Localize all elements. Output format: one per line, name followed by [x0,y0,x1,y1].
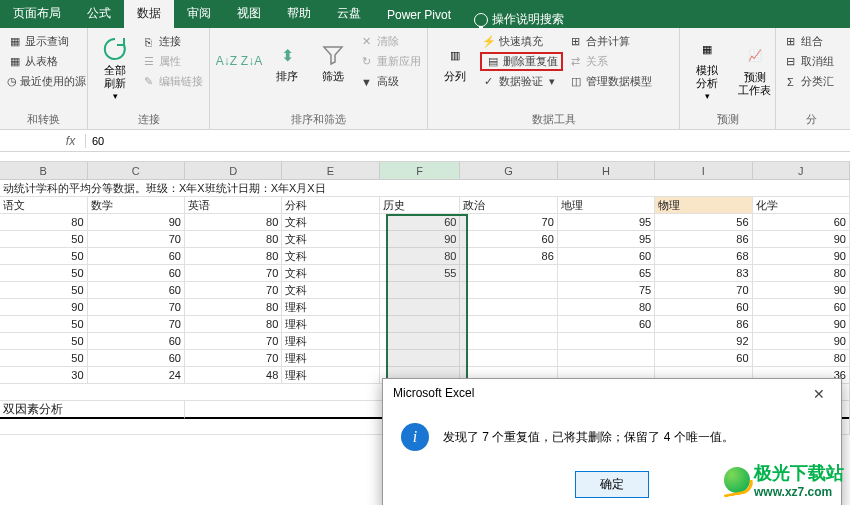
col-header[interactable]: E [282,162,379,179]
sort-az-button[interactable]: A↓Z [216,32,237,91]
data-cell[interactable]: 70 [185,333,282,350]
data-model-button[interactable]: ◫管理数据模型 [567,72,653,91]
data-cell[interactable]: 60 [655,350,752,367]
data-cell[interactable]: 95 [558,231,655,248]
data-cell[interactable]: 60 [655,299,752,316]
data-cell[interactable]: 70 [185,265,282,282]
data-cell[interactable]: 理科 [282,333,379,350]
filter-button[interactable]: 筛选 [312,32,354,91]
data-cell[interactable] [558,350,655,367]
data-cell[interactable]: 90 [753,333,850,350]
data-cell[interactable]: 90 [753,316,850,333]
data-cell[interactable]: 90 [753,248,850,265]
data-cell[interactable] [460,299,557,316]
data-cell[interactable]: 70 [185,282,282,299]
data-cell[interactable] [380,316,461,333]
consolidate-button[interactable]: ⊞合并计算 [567,32,653,51]
col-header[interactable]: H [558,162,655,179]
tab-formulas[interactable]: 公式 [74,0,124,28]
data-cell[interactable]: 文科 [282,231,379,248]
tab-help[interactable]: 帮助 [274,0,324,28]
tell-me-search[interactable]: 操作说明搜索 [474,11,564,28]
data-cell[interactable]: 60 [380,214,461,231]
ok-button[interactable]: 确定 [575,471,649,498]
data-cell[interactable]: 理科 [282,299,379,316]
tab-power-pivot[interactable]: Power Pivot [374,2,464,28]
data-cell[interactable]: 60 [88,265,185,282]
data-cell[interactable]: 70 [88,316,185,333]
data-cell[interactable]: 文科 [282,265,379,282]
col-header[interactable]: G [460,162,557,179]
header-cell[interactable]: 历史 [380,197,461,214]
data-cell[interactable]: 90 [88,214,185,231]
data-cell[interactable]: 86 [655,231,752,248]
data-cell[interactable]: 80 [380,248,461,265]
data-cell[interactable]: 30 [0,367,88,384]
formula-input[interactable]: 60 [86,135,850,147]
data-cell[interactable] [460,333,557,350]
data-cell[interactable] [380,299,461,316]
col-header[interactable]: D [185,162,282,179]
data-cell[interactable]: 80 [0,214,88,231]
header-cell[interactable]: 数学 [88,197,185,214]
data-cell[interactable]: 文科 [282,248,379,265]
data-cell[interactable]: 90 [753,231,850,248]
forecast-sheet-button[interactable]: 📈预测 工作表 [732,32,777,105]
data-cell[interactable] [558,333,655,350]
advanced-filter-button[interactable]: ▼高级 [358,72,422,91]
data-cell[interactable] [380,350,461,367]
dialog-close-button[interactable]: ✕ [807,386,831,402]
ungroup-button[interactable]: ⊟取消组 [782,52,840,71]
data-cell[interactable]: 理科 [282,350,379,367]
data-cell[interactable]: 50 [0,333,88,350]
refresh-all-button[interactable]: 全部刷新▾ [94,32,136,105]
data-cell[interactable]: 70 [88,231,185,248]
tab-view[interactable]: 视图 [224,0,274,28]
data-cell[interactable]: 80 [185,231,282,248]
data-cell[interactable]: 70 [185,350,282,367]
data-cell[interactable]: 70 [88,299,185,316]
header-cell[interactable]: 政治 [460,197,557,214]
subtotal-button[interactable]: Σ分类汇 [782,72,840,91]
data-cell[interactable]: 50 [0,265,88,282]
data-cell[interactable]: 50 [0,282,88,299]
data-cell[interactable]: 90 [380,231,461,248]
header-cell[interactable]: 地理 [558,197,655,214]
data-cell[interactable]: 60 [88,248,185,265]
group-button[interactable]: ⊞组合 [782,32,840,51]
data-cell[interactable]: 60 [88,350,185,367]
data-cell[interactable]: 80 [558,299,655,316]
data-cell[interactable]: 68 [655,248,752,265]
data-cell[interactable] [460,316,557,333]
header-cell[interactable]: 英语 [185,197,282,214]
show-queries-button[interactable]: ▦显示查询 [6,32,81,51]
data-validation-button[interactable]: ✓数据验证 ▾ [480,72,563,91]
data-cell[interactable]: 80 [185,316,282,333]
fx-icon[interactable]: fx [56,134,86,148]
data-cell[interactable] [460,265,557,282]
data-cell[interactable]: 70 [460,214,557,231]
data-cell[interactable]: 60 [753,214,850,231]
data-cell[interactable]: 文科 [282,282,379,299]
data-cell[interactable]: 80 [753,265,850,282]
header-cell[interactable]: 语文 [0,197,88,214]
data-cell[interactable]: 80 [185,214,282,231]
col-header[interactable]: B [0,162,88,179]
data-cell[interactable]: 理科 [282,316,379,333]
data-cell[interactable]: 48 [185,367,282,384]
col-header[interactable]: C [88,162,185,179]
data-cell[interactable]: 60 [88,333,185,350]
data-cell[interactable]: 24 [88,367,185,384]
connections-button[interactable]: ⎘连接 [140,32,204,51]
data-cell[interactable] [380,333,461,350]
recent-sources-button[interactable]: ◷最近使用的源 [6,72,81,91]
data-cell[interactable]: 60 [88,282,185,299]
data-cell[interactable]: 55 [380,265,461,282]
data-cell[interactable]: 75 [558,282,655,299]
data-cell[interactable]: 60 [753,299,850,316]
data-cell[interactable]: 80 [185,299,282,316]
data-cell[interactable]: 70 [655,282,752,299]
section-label[interactable]: 双因素分析 [0,401,185,419]
header-cell[interactable]: 化学 [753,197,850,214]
data-cell[interactable]: 50 [0,231,88,248]
